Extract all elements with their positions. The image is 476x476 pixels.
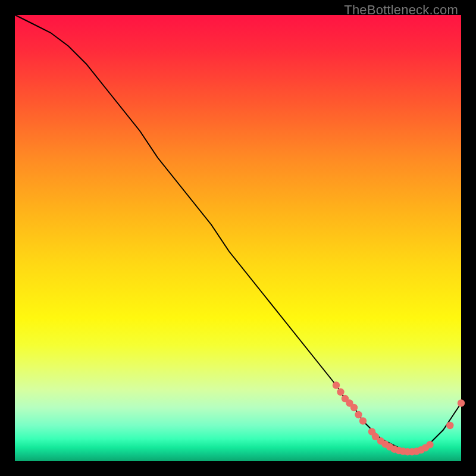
curve-layer [15,15,461,461]
curve-marker [337,389,344,396]
curve-marker [355,411,362,418]
bottleneck-curve [15,15,461,452]
plot-area [15,15,461,461]
curve-marker [458,399,465,406]
curve-marker [446,422,453,429]
chart-frame: TheBottleneck.com [0,0,476,476]
curve-marker [333,381,340,389]
marker-layer [333,381,465,455]
curve-marker [350,404,358,411]
curve-marker [359,417,367,424]
curve-marker [426,441,433,448]
